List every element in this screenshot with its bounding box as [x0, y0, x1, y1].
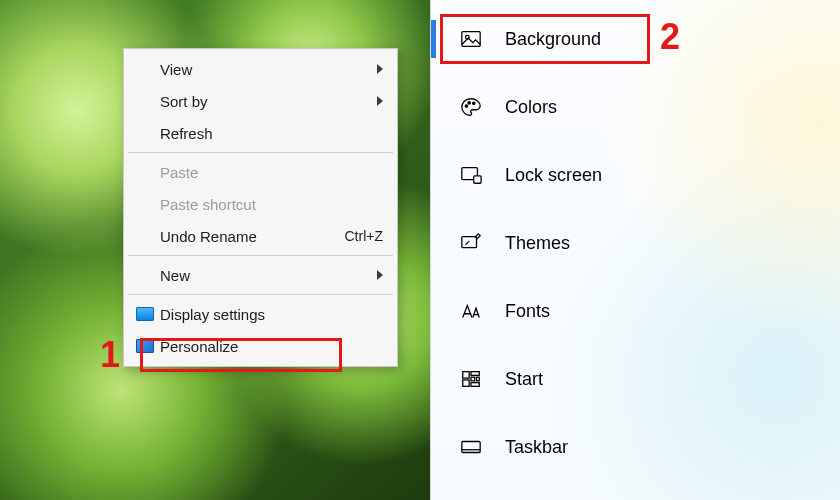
svg-rect-6	[474, 176, 481, 183]
svg-rect-10	[471, 377, 475, 381]
sidebar-item-label: Colors	[505, 97, 557, 118]
context-menu-item-view[interactable]: View	[126, 53, 395, 85]
svg-point-3	[468, 102, 470, 104]
context-menu-item-display-settings[interactable]: Display settings	[126, 298, 395, 330]
svg-rect-9	[471, 372, 479, 376]
sidebar-item-fonts[interactable]: Fonts	[431, 286, 840, 336]
svg-point-2	[465, 105, 467, 107]
personalize-icon	[136, 339, 154, 353]
svg-rect-0	[462, 32, 480, 47]
lock-screen-icon	[459, 163, 483, 187]
menu-label: Paste	[160, 164, 383, 181]
menu-label: Paste shortcut	[160, 196, 383, 213]
chevron-right-icon	[377, 270, 383, 280]
sidebar-item-colors[interactable]: Colors	[431, 82, 840, 132]
menu-label: Sort by	[160, 93, 377, 110]
svg-rect-7	[462, 237, 477, 248]
sidebar-item-label: Start	[505, 369, 543, 390]
sidebar-item-label: Background	[505, 29, 601, 50]
svg-rect-14	[462, 442, 480, 453]
annotation-number-1: 1	[100, 334, 120, 376]
svg-rect-13	[471, 383, 479, 387]
start-grid-icon	[459, 367, 483, 391]
context-menu-item-new[interactable]: New	[126, 259, 395, 291]
svg-rect-8	[463, 372, 469, 378]
menu-separator	[128, 294, 393, 295]
picture-icon	[459, 27, 483, 51]
desktop-context-menu: View Sort by Refresh Paste Paste shortcu…	[123, 48, 398, 367]
taskbar-icon	[459, 435, 483, 459]
sidebar-item-label: Themes	[505, 233, 570, 254]
sidebar-item-label: Taskbar	[505, 437, 568, 458]
menu-label: Display settings	[160, 306, 383, 323]
svg-rect-11	[477, 377, 480, 381]
context-menu-item-paste: Paste	[126, 156, 395, 188]
sidebar-item-taskbar[interactable]: Taskbar	[431, 422, 840, 472]
fonts-icon	[459, 299, 483, 323]
annotation-number-2: 2	[660, 16, 680, 58]
sidebar-item-start[interactable]: Start	[431, 354, 840, 404]
menu-separator	[128, 152, 393, 153]
svg-point-4	[473, 102, 475, 104]
context-menu-item-personalize[interactable]: Personalize	[126, 330, 395, 362]
sidebar-item-themes[interactable]: Themes	[431, 218, 840, 268]
context-menu-item-refresh[interactable]: Refresh	[126, 117, 395, 149]
context-menu-item-paste-shortcut: Paste shortcut	[126, 188, 395, 220]
menu-label: New	[160, 267, 377, 284]
menu-label: Personalize	[160, 338, 383, 355]
sidebar-item-label: Lock screen	[505, 165, 602, 186]
menu-separator	[128, 255, 393, 256]
chevron-right-icon	[377, 96, 383, 106]
personalization-settings-sidebar: Background Colors Lock screen Themes Fon…	[430, 0, 840, 500]
sidebar-item-background[interactable]: Background	[431, 14, 840, 64]
svg-rect-12	[463, 380, 469, 386]
monitor-icon	[136, 307, 154, 321]
desktop-wallpaper[interactable]: View Sort by Refresh Paste Paste shortcu…	[0, 0, 430, 500]
menu-label: Refresh	[160, 125, 383, 142]
chevron-right-icon	[377, 64, 383, 74]
themes-icon	[459, 231, 483, 255]
menu-shortcut: Ctrl+Z	[345, 228, 384, 244]
sidebar-item-lock-screen[interactable]: Lock screen	[431, 150, 840, 200]
menu-label: Undo Rename	[160, 228, 345, 245]
context-menu-item-sort-by[interactable]: Sort by	[126, 85, 395, 117]
menu-label: View	[160, 61, 377, 78]
palette-icon	[459, 95, 483, 119]
sidebar-item-label: Fonts	[505, 301, 550, 322]
context-menu-item-undo-rename[interactable]: Undo Rename Ctrl+Z	[126, 220, 395, 252]
